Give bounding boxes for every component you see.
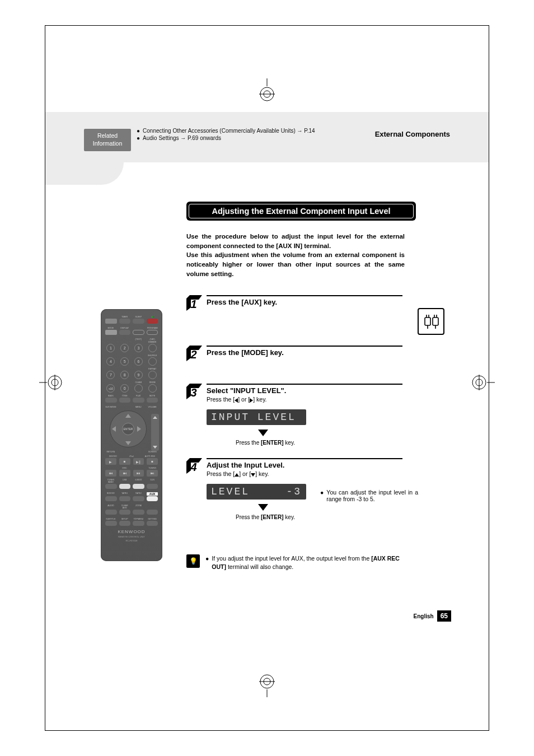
- remote-rew-button[interactable]: ⏮: [133, 470, 144, 477]
- remote-eject-button[interactable]: [105, 319, 117, 324]
- svg-text:2: 2: [190, 348, 196, 361]
- remote-logo: KENWOOD: [105, 529, 158, 534]
- remote-blank-button[interactable]: [147, 510, 158, 515]
- svg-text:3: 3: [190, 386, 196, 399]
- remote-topmenu-button[interactable]: [133, 521, 144, 526]
- remote-num-6[interactable]: 6: [134, 357, 143, 366]
- footer-lang: English: [414, 613, 434, 619]
- remote-num-plus10[interactable]: +10: [106, 384, 115, 393]
- remote-program-button[interactable]: [147, 330, 158, 335]
- tip-text: ● If you adjust the input level for AUX,…: [205, 554, 410, 571]
- step-badge-3: 3: [186, 384, 202, 399]
- crop-mark-left: [39, 370, 65, 395]
- remote-sublogo2: RC-F0705E: [105, 539, 158, 542]
- step3-title: Select "INPUT LEVEL".: [207, 386, 402, 395]
- related-note-1: Audio Settings → P.69 onwards: [143, 135, 221, 141]
- svg-marker-25: [258, 504, 268, 511]
- related-line2: Information: [93, 140, 123, 148]
- remote-zoom-button[interactable]: [133, 510, 144, 515]
- remote-iusb-button[interactable]: [133, 484, 144, 489]
- remote-subtitle-button[interactable]: [105, 521, 117, 526]
- svg-text:4: 4: [190, 461, 196, 473]
- related-notes: ●Connecting Other Accessories (Commercia…: [137, 128, 315, 142]
- remote-shuffle-button[interactable]: [148, 357, 157, 366]
- header-band-curve: [45, 162, 124, 185]
- remote-sleep-button[interactable]: [133, 319, 144, 324]
- remote-num-8[interactable]: 8: [120, 371, 129, 379]
- remote-usb-button[interactable]: [119, 484, 131, 489]
- step1-title: Press the [AUX] key.: [207, 298, 402, 306]
- remote-mute-button[interactable]: [147, 398, 158, 403]
- remote-num-0[interactable]: 0: [120, 384, 129, 393]
- remote-mode-button[interactable]: [105, 330, 117, 335]
- related-info-badge: Related Information: [84, 129, 131, 151]
- down-arrow-icon-2: [258, 504, 402, 511]
- section-title: External Components: [375, 130, 450, 138]
- remote-repeat-button[interactable]: [148, 371, 157, 379]
- remote-audio-button[interactable]: [105, 510, 117, 515]
- related-note-0: Connecting Other Accessories (Commercial…: [143, 128, 315, 134]
- remote-clear-button[interactable]: [134, 384, 143, 393]
- remote-tape2-button[interactable]: [133, 496, 144, 501]
- remote-flat-button[interactable]: [133, 398, 144, 403]
- svg-rect-26: [425, 318, 430, 325]
- remote-enter-button[interactable]: ENTER: [122, 423, 134, 435]
- step-badge-4: 4: [186, 458, 202, 474]
- remote-num-3[interactable]: 3: [134, 344, 143, 352]
- remote-display-button[interactable]: [119, 330, 131, 335]
- step4-title: Adjust the Input Level.: [207, 461, 402, 469]
- crop-mark-top: [254, 78, 280, 104]
- step-badge-2: 2: [186, 346, 202, 361]
- remote-tape1-button[interactable]: [119, 496, 131, 501]
- svg-text:1: 1: [190, 298, 196, 310]
- down-arrow-icon: [258, 430, 402, 436]
- remote-playpause-button[interactable]: ▶∥: [133, 458, 144, 465]
- tip-icon: 💡: [186, 554, 200, 568]
- remote-setting-button[interactable]: [147, 521, 158, 526]
- range-note: ●You can adjust the input level in a ran…: [320, 489, 418, 502]
- remote-tone-button[interactable]: [119, 398, 131, 403]
- step3-sub: Press the [] or [] key.: [207, 396, 402, 403]
- crop-mark-right: [469, 370, 495, 395]
- remote-dpad[interactable]: ENTER: [105, 410, 158, 449]
- remote-volume-rocker[interactable]: [151, 414, 159, 451]
- remote-sublogo1: REMOTE CONTROL UNIT: [105, 535, 158, 538]
- main-title-pill: Adjusting the External Component Input L…: [186, 202, 416, 221]
- remote-aux-button[interactable]: [147, 496, 158, 501]
- step4-enter: Press the [ENTER] key.: [236, 514, 402, 520]
- remote-num-1[interactable]: 1: [106, 344, 115, 352]
- remote-stop2-button[interactable]: ■: [147, 458, 158, 465]
- main-title: Adjusting the External Component Input L…: [189, 204, 414, 218]
- remote-setup-button[interactable]: [119, 521, 131, 526]
- remote-control: TIMERSLEEP⏻ MODEDISPLAYPROGRAM (TEXT)(CA…: [101, 309, 162, 561]
- remote-play-button[interactable]: ▶: [105, 458, 116, 465]
- step-badge-1: 1: [186, 295, 202, 311]
- remote-dimmer-button[interactable]: [148, 344, 157, 352]
- remote-rndm-button[interactable]: [148, 384, 157, 393]
- remote-bddvd-button[interactable]: [105, 496, 117, 501]
- remote-num-4[interactable]: 4: [106, 357, 115, 366]
- page-number: 65: [437, 610, 451, 622]
- remote-num-7[interactable]: 7: [106, 371, 115, 379]
- remote-num-2[interactable]: 2: [120, 344, 129, 352]
- remote-ff-button[interactable]: ⏭: [147, 470, 158, 477]
- remote-din-button[interactable]: [147, 484, 158, 489]
- remote-stop-button[interactable]: ■: [119, 458, 130, 465]
- remote-prev-button[interactable]: ⏮: [105, 470, 116, 477]
- remote-num-5[interactable]: 5: [120, 357, 129, 366]
- crop-mark-bottom: [254, 671, 280, 697]
- step3-enter: Press the [ENTER] key.: [236, 440, 402, 446]
- remote-timer-button[interactable]: [119, 319, 131, 324]
- remote-bass-button[interactable]: [105, 398, 117, 403]
- remote-power-button[interactable]: [147, 319, 158, 324]
- remote-num-9[interactable]: 9: [134, 371, 143, 379]
- lcd-display-level: LEVEL -3: [207, 484, 306, 500]
- remote-clearang-button[interactable]: [119, 510, 131, 515]
- plug-icon: [418, 308, 444, 335]
- remote-next-button[interactable]: ⏭: [119, 470, 130, 477]
- svg-marker-22: [258, 430, 268, 436]
- remote-tuner-button[interactable]: [105, 484, 117, 489]
- remote-text-button[interactable]: [133, 330, 144, 335]
- lcd-display-input-level: INPUT LEVEL: [207, 409, 306, 425]
- page-footer: English 65: [414, 610, 451, 622]
